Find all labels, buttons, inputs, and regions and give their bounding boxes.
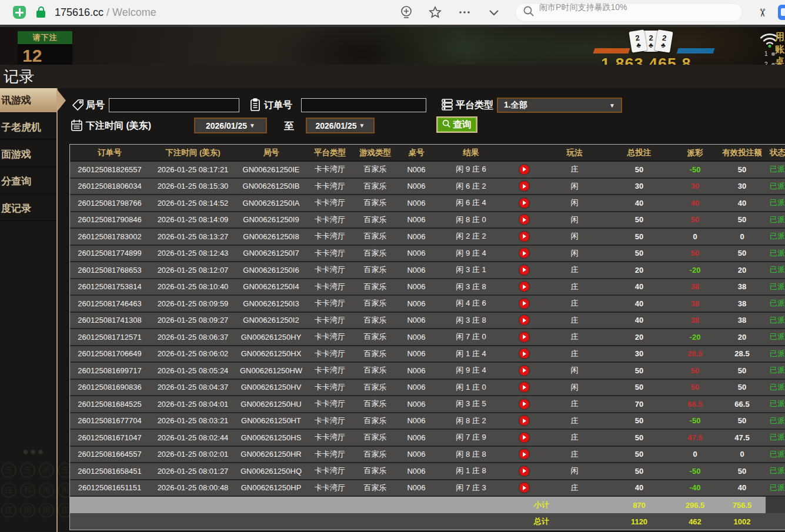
play-video-icon[interactable] — [519, 416, 529, 426]
cell-result: 闲 2 庄 2 — [436, 229, 506, 245]
play-video-icon[interactable] — [519, 265, 529, 275]
cell-status: 已派彩 — [766, 162, 785, 178]
cell-table_no: N006 — [396, 480, 436, 496]
cell-order: 260125081741308 — [70, 313, 149, 329]
cell-video — [506, 346, 542, 362]
column-header: 总投注 — [607, 145, 672, 160]
cell-result: 闲 3 庄 8 — [436, 313, 506, 329]
cell-total_bet: 50 — [607, 430, 672, 446]
sidebar-item-credit-records[interactable]: 度记录 — [0, 196, 56, 221]
ssl-lock-icon[interactable] — [36, 11, 45, 18]
screenshot-scissors-icon[interactable]: ✂ — [756, 8, 770, 17]
bookmark-star-icon[interactable] — [428, 5, 442, 19]
play-triangle — [523, 385, 526, 390]
play-video-icon[interactable] — [519, 466, 529, 476]
play-video-icon[interactable] — [519, 382, 529, 392]
cell-time: 2026-01-25 08:02:01 — [149, 447, 236, 463]
cell-table_no: N006 — [396, 463, 436, 479]
subtotal-total-bet: 870 — [607, 497, 672, 513]
to-label: 至 — [284, 119, 294, 133]
cell-status: 已派彩 — [766, 447, 785, 463]
play-video-icon[interactable] — [519, 215, 529, 225]
adblock-shield-icon[interactable] — [13, 6, 26, 19]
table-row: 2601250817464632026-01-25 08:09:59GN0062… — [70, 296, 785, 313]
grand-total-payout: 462 — [672, 513, 719, 530]
sidebar: 讯游戏 子老虎机 面游戏 分查询 度记录 ●●● 庄庄闲庄庄和闲闲庄闲闲庄 — [0, 88, 58, 532]
date-from-select[interactable]: 2026/01/25 ▼ — [194, 118, 267, 133]
cell-result: 闲 7 庄 9 — [436, 430, 506, 446]
cell-round: GN006261250HT — [236, 413, 306, 429]
cell-valid_bet: 50 — [719, 380, 766, 396]
play-triangle — [523, 218, 526, 222]
cell-round: GN006261250I2 — [236, 313, 306, 329]
cell-video — [506, 329, 542, 345]
play-video-icon[interactable] — [519, 315, 529, 325]
seat-numbers: 1 2 — [764, 49, 775, 65]
extension-app-icon[interactable] — [778, 5, 785, 20]
search-icon — [523, 5, 535, 19]
play-video-icon[interactable] — [519, 449, 529, 459]
play-video-icon[interactable] — [519, 433, 529, 443]
platform-select[interactable]: 1.全部 ▼ — [497, 98, 622, 113]
sidebar-item-points-query[interactable]: 分查询 — [0, 169, 56, 194]
query-button[interactable]: 查询 — [436, 116, 477, 133]
play-video-icon[interactable] — [519, 299, 529, 309]
round-number-input[interactable] — [109, 98, 239, 112]
chevron-down-icon[interactable] — [487, 5, 501, 19]
cell-status: 已派彩 — [766, 329, 785, 345]
play-video-icon[interactable] — [519, 198, 529, 208]
play-video-icon[interactable] — [519, 181, 529, 191]
date-to-select[interactable]: 2026/01/25 ▼ — [306, 118, 375, 133]
dropdown-arrow-icon: ▼ — [609, 102, 615, 109]
reader-mode-icon[interactable] — [400, 5, 413, 19]
cell-payout: 38 — [672, 296, 719, 312]
query-button-label: 查询 — [453, 119, 472, 131]
bet-records-table: 订单号下注时间 (美东)局号平台类型游戏类型桌号结果玩法总投注派彩有效投注额状态… — [69, 144, 785, 530]
address-bar[interactable]: 175616.cc / Welcome — [55, 6, 156, 19]
cell-payout: 30 — [672, 179, 719, 195]
play-video-icon[interactable] — [519, 332, 529, 342]
browser-toolbar: 175616.cc / Welcome 闹市P时间支持暴跌10% ✂ — [0, 0, 785, 25]
cell-play: 庄 — [542, 447, 607, 463]
cell-total_bet: 30 — [607, 346, 672, 362]
cell-result: 闲 7 庄 3 — [436, 480, 506, 496]
cell-table_no: N006 — [396, 195, 436, 211]
cell-table_no: N006 — [396, 212, 436, 228]
order-number-input[interactable] — [301, 98, 426, 112]
cell-order: 260125081774899 — [70, 246, 149, 262]
cell-time: 2026-01-25 08:15:30 — [149, 179, 236, 195]
cell-order: 260125081658451 — [70, 463, 149, 479]
table-row: 2601250817908462026-01-25 08:14:09GN0062… — [70, 212, 785, 229]
sidebar-item-table-games[interactable]: 面游戏 — [0, 142, 56, 167]
cell-time: 2026-01-25 08:13:27 — [149, 229, 236, 245]
url-host: 175616.cc — [55, 6, 103, 18]
play-video-icon[interactable] — [519, 248, 529, 258]
cell-game: 百家乐 — [354, 162, 396, 178]
column-header: 游戏类型 — [354, 145, 396, 160]
play-video-icon[interactable] — [519, 349, 529, 359]
cell-status: 已派彩 — [766, 413, 785, 429]
cell-video — [506, 447, 542, 463]
play-video-icon[interactable] — [519, 232, 529, 242]
roadmap-cell: 和 — [20, 483, 35, 498]
browser-search-field[interactable]: 闹市P时间支持暴跌10% — [515, 3, 743, 22]
cell-order: 260125081798766 — [70, 195, 149, 211]
cell-round: GN006261250I3 — [236, 296, 306, 312]
play-video-icon[interactable] — [519, 366, 529, 376]
cell-valid_bet: 38 — [719, 279, 766, 295]
cell-order: 260125081664557 — [70, 447, 149, 463]
cell-round: GN006261250HQ — [236, 463, 306, 479]
cell-round: GN006261250HR — [236, 447, 306, 463]
cell-time: 2026-01-25 08:01:27 — [149, 463, 236, 479]
play-video-icon[interactable] — [519, 282, 529, 292]
playing-card: 2♣ — [654, 29, 673, 53]
cell-total_bet: 50 — [607, 162, 672, 178]
cell-video — [506, 279, 542, 295]
play-video-icon[interactable] — [519, 399, 529, 409]
cell-status: 已派彩 — [766, 229, 785, 245]
play-video-icon[interactable] — [519, 483, 529, 493]
play-video-icon[interactable] — [519, 165, 529, 175]
more-options-icon[interactable] — [457, 5, 472, 19]
cell-result: 闲 3 庄 8 — [436, 279, 506, 295]
cell-status: 已派彩 — [766, 363, 785, 379]
